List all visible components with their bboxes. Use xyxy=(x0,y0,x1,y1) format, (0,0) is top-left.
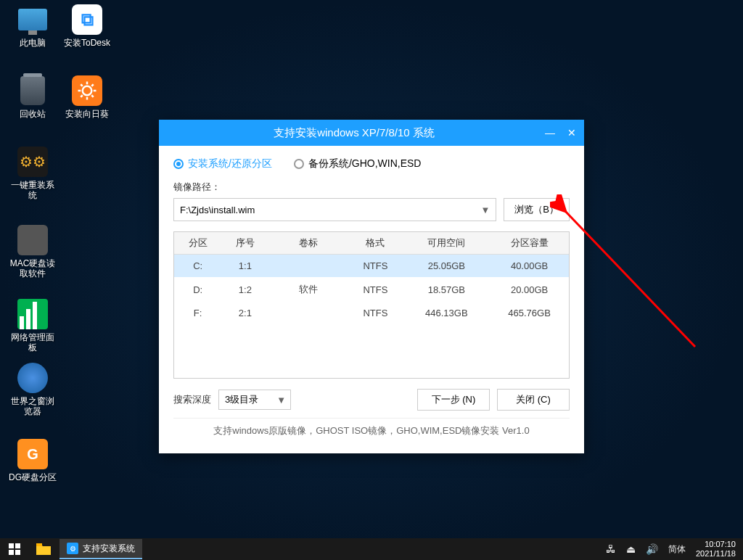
cell-num: 1:2 xyxy=(221,277,268,302)
cell-avail: 18.57GB xyxy=(403,277,490,302)
dg-icon: G xyxy=(17,439,48,469)
dialog-title: 支持安装windows XP/7/8/10 系统 xyxy=(165,126,543,140)
desktop-icon-this-pc[interactable]: 此电脑 xyxy=(7,4,58,48)
icon-label: DG硬盘分区 xyxy=(7,472,58,482)
col-available: 可用空间 xyxy=(403,232,490,255)
icon-label: 此电脑 xyxy=(7,38,58,48)
icon-label: 网络管理面板 xyxy=(7,332,58,353)
desktop-icon-dg-partition[interactable]: G DG硬盘分区 xyxy=(7,439,58,482)
cell-vol xyxy=(269,255,348,277)
cell-fmt: NTFS xyxy=(348,277,403,302)
cell-num: 2:1 xyxy=(221,302,268,324)
radio-icon xyxy=(294,159,304,169)
folder-icon xyxy=(36,543,51,555)
svg-line-5 xyxy=(81,84,83,86)
table-row[interactable]: C:1:1NTFS25.05GB40.00GB xyxy=(174,255,569,277)
radio-label: 安装系统/还原分区 xyxy=(188,157,272,170)
gears-icon: ⚙⚙ xyxy=(17,147,48,177)
close-button[interactable]: ✕ xyxy=(565,126,578,139)
icon-label: 安装ToDesk xyxy=(62,38,112,48)
cell-cap: 465.76GB xyxy=(490,302,569,324)
table-row[interactable]: F:2:1NTFS446.13GB465.76GB xyxy=(174,302,569,324)
image-path-dropdown[interactable]: F:\Zjds\install.wim ▼ xyxy=(173,198,496,221)
todesk-icon: ⧉ xyxy=(72,4,102,35)
icon-label: 世界之窗浏览器 xyxy=(7,396,58,417)
ime-indicator[interactable]: 简体 xyxy=(668,543,686,556)
image-path-label: 镜像路径： xyxy=(173,181,570,194)
system-tray: 🖧 ⏏ 🔊 简体 10:07:10 2021/11/18 xyxy=(606,540,743,559)
cell-avail: 446.13GB xyxy=(403,302,490,324)
search-depth-label: 搜索深度 xyxy=(173,393,211,406)
taskbar-app-installer[interactable]: ⚙ 支持安装系统 xyxy=(59,539,142,559)
icon-label: 一键重装系统 xyxy=(7,180,58,201)
dialog-titlebar[interactable]: 支持安装windows XP/7/8/10 系统 — ✕ xyxy=(159,120,584,146)
depth-value: 3级目录 xyxy=(225,393,258,406)
taskbar-app-label: 支持安装系统 xyxy=(83,543,135,555)
taskbar-file-explorer[interactable] xyxy=(29,538,58,560)
col-number: 序号 xyxy=(221,232,268,255)
taskbar-clock[interactable]: 10:07:10 2021/11/18 xyxy=(696,540,736,559)
chevron-down-icon: ▼ xyxy=(480,205,490,215)
recycle-bin-icon xyxy=(20,76,45,105)
usb-tray-icon[interactable]: ⏏ xyxy=(626,543,636,555)
table-row[interactable]: D:1:2软件NTFS18.57GB20.00GB xyxy=(174,277,569,302)
desktop-icon-mac-disk[interactable]: MAC硬盘读取软件 xyxy=(7,225,58,279)
taskbar: ⚙ 支持安装系统 🖧 ⏏ 🔊 简体 10:07:10 2021/11/18 xyxy=(0,538,743,560)
cell-part: F: xyxy=(174,302,221,324)
svg-rect-11 xyxy=(15,543,20,548)
network-tray-icon[interactable]: 🖧 xyxy=(606,543,616,555)
chevron-down-icon: ▼ xyxy=(276,395,286,405)
col-volume: 卷标 xyxy=(269,232,348,255)
cell-part: C: xyxy=(174,255,221,277)
svg-line-6 xyxy=(91,95,94,97)
partition-table: 分区 序号 卷标 格式 可用空间 分区容量 C:1:1NTFS25.05GB40… xyxy=(173,231,570,379)
gear-icon: ⚙ xyxy=(67,543,78,554)
clock-time: 10:07:10 xyxy=(696,540,736,549)
cell-vol xyxy=(269,302,348,324)
cell-avail: 25.05GB xyxy=(403,255,490,277)
windows-icon xyxy=(9,543,20,555)
path-value: F:\Zjds\install.wim xyxy=(180,205,255,215)
table-header-row: 分区 序号 卷标 格式 可用空间 分区容量 xyxy=(174,232,569,255)
desktop-icon-sunflower[interactable]: 安装向日葵 xyxy=(62,75,112,119)
browse-button[interactable]: 浏览（B） xyxy=(504,198,570,221)
icon-label: 安装向日葵 xyxy=(62,109,112,119)
svg-rect-12 xyxy=(9,550,14,555)
cell-part: D: xyxy=(174,277,221,302)
network-chart-icon xyxy=(17,299,48,329)
radio-icon xyxy=(173,159,184,169)
icon-label: 回收站 xyxy=(7,109,58,119)
monitor-icon xyxy=(18,9,47,30)
install-dialog: 支持安装windows XP/7/8/10 系统 — ✕ 安装系统/还原分区 备… xyxy=(159,120,584,453)
radio-install-restore[interactable]: 安装系统/还原分区 xyxy=(173,157,272,170)
svg-rect-14 xyxy=(36,543,42,546)
cell-fmt: NTFS xyxy=(348,255,403,277)
desktop-icon-todesk[interactable]: ⧉ 安装ToDesk xyxy=(62,4,112,48)
apple-icon xyxy=(17,225,48,255)
col-partition: 分区 xyxy=(174,232,221,255)
col-format: 格式 xyxy=(348,232,403,255)
start-button[interactable] xyxy=(0,538,29,560)
search-depth-dropdown[interactable]: 3级目录 ▼ xyxy=(218,390,291,410)
sunflower-icon xyxy=(72,75,102,106)
volume-tray-icon[interactable]: 🔊 xyxy=(646,543,658,555)
desktop-icon-network-panel[interactable]: 网络管理面板 xyxy=(7,299,58,353)
dialog-footer-text: 支持windows原版镜像，GHOST ISO镜像，GHO,WIM,ESD镜像安… xyxy=(173,418,570,446)
desktop-icon-reinstall[interactable]: ⚙⚙ 一键重装系统 xyxy=(7,147,58,201)
cell-vol: 软件 xyxy=(269,277,348,302)
col-capacity: 分区容量 xyxy=(490,232,569,255)
next-button[interactable]: 下一步 (N) xyxy=(417,389,490,411)
svg-rect-10 xyxy=(9,543,14,548)
close-dialog-button[interactable]: 关闭 (C) xyxy=(497,389,570,411)
icon-label: MAC硬盘读取软件 xyxy=(7,258,58,279)
minimize-button[interactable]: — xyxy=(543,126,557,139)
cell-fmt: NTFS xyxy=(348,302,403,324)
cell-cap: 20.00GB xyxy=(490,277,569,302)
svg-point-0 xyxy=(83,86,92,96)
radio-backup[interactable]: 备份系统/GHO,WIN,ESD xyxy=(294,157,422,170)
clock-date: 2021/11/18 xyxy=(696,549,736,559)
cell-num: 1:1 xyxy=(221,255,268,277)
cell-cap: 40.00GB xyxy=(490,255,569,277)
desktop-icon-recycle[interactable]: 回收站 xyxy=(7,75,58,119)
desktop-icon-browser[interactable]: 世界之窗浏览器 xyxy=(7,363,58,417)
